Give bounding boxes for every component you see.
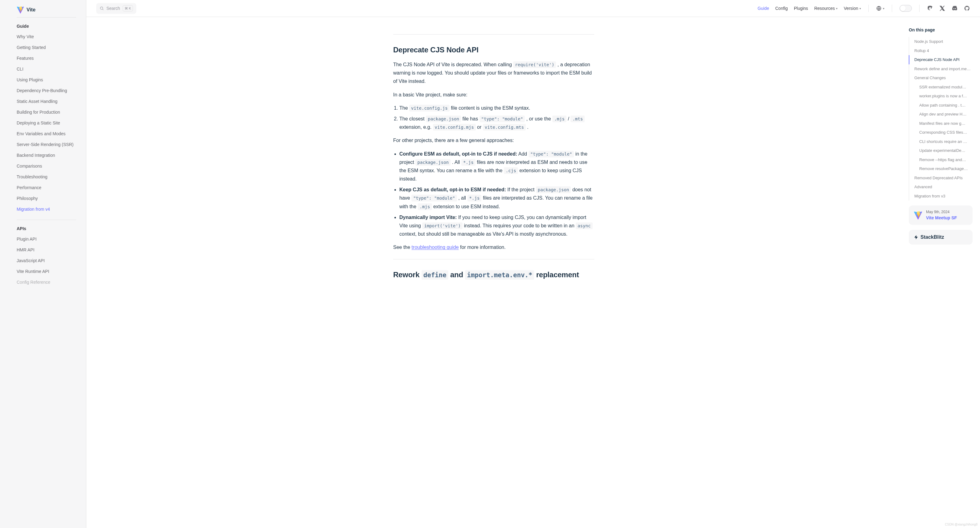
list-item: Configure ESM as default, opt-in to CJS … bbox=[399, 150, 594, 183]
sidebar-link[interactable]: Why Vite bbox=[17, 32, 76, 42]
github-icon[interactable] bbox=[964, 5, 970, 11]
troubleshooting-link[interactable]: troubleshooting guide bbox=[412, 244, 459, 250]
mastodon-icon[interactable] bbox=[927, 5, 933, 11]
sidebar-link[interactable]: Building for Production bbox=[17, 107, 76, 118]
outline-link[interactable]: Update experimentalDe… bbox=[909, 146, 973, 155]
paragraph: The CJS Node API of Vite is deprecated. … bbox=[393, 60, 594, 86]
sidebar-link[interactable]: Troubleshooting bbox=[17, 171, 76, 182]
promo-meetup[interactable]: May 9th, 2024 Vite Meetup SF bbox=[909, 206, 973, 225]
code-inline: vite.config.mts bbox=[483, 124, 526, 131]
nav-separator bbox=[919, 5, 920, 12]
outline-link[interactable]: CLI shortcuts require an … bbox=[909, 137, 973, 146]
outline-link[interactable]: Advanced bbox=[909, 182, 973, 192]
outline-link[interactable]: Removed Deprecated APIs bbox=[909, 173, 973, 183]
sidebar-group-apis: APIs bbox=[17, 225, 76, 232]
nav-plugins[interactable]: Plugins bbox=[794, 5, 808, 12]
sidebar-link[interactable]: Static Asset Handling bbox=[17, 96, 76, 107]
nav-separator bbox=[892, 5, 892, 12]
sidebar-link[interactable]: Deploying a Static Site bbox=[17, 118, 76, 128]
code-inline: *.js bbox=[468, 195, 482, 201]
divider bbox=[393, 34, 594, 35]
brand-name: Vite bbox=[27, 6, 35, 14]
outline-link[interactable]: Rework define and import.me… bbox=[909, 64, 973, 74]
nav-language[interactable]: ▾ bbox=[876, 6, 885, 11]
code-inline: .cjs bbox=[504, 167, 518, 174]
promo-stackblitz-label: StackBlitz bbox=[921, 233, 944, 241]
code-inline: "type": "module" bbox=[411, 195, 457, 201]
code-inline: import.meta.env.* bbox=[465, 270, 534, 280]
promo-date: May 9th, 2024 bbox=[926, 209, 957, 215]
nav-version[interactable]: Version ▾ bbox=[844, 5, 861, 12]
heading-rework-define: Rework define and import.meta.env.* repl… bbox=[393, 269, 594, 280]
outline-link[interactable]: Node.js Support bbox=[909, 37, 973, 46]
article: Deprecate CJS Node API The CJS Node API … bbox=[374, 17, 614, 528]
chevron-down-icon: ▾ bbox=[859, 6, 861, 11]
code-inline: vite.config.js bbox=[409, 105, 450, 111]
chevron-down-icon: ▾ bbox=[883, 6, 885, 11]
promo-title: Vite Meetup SF bbox=[926, 215, 957, 221]
search-input[interactable]: Search ⌘ K bbox=[96, 3, 136, 14]
outline-title: On this page bbox=[909, 27, 973, 33]
outline-link[interactable]: Migration from v3 bbox=[909, 192, 973, 201]
theme-toggle[interactable] bbox=[899, 5, 912, 12]
outline-link[interactable]: SSR externalized modul… bbox=[909, 82, 973, 92]
sidebar-link[interactable]: Using Plugins bbox=[17, 75, 76, 85]
sidebar-divider bbox=[17, 220, 76, 220]
sidebar-link[interactable]: HMR API bbox=[17, 244, 76, 255]
watermark: CSDN @xiangzhihong8 bbox=[945, 522, 978, 527]
promo-stackblitz[interactable]: StackBlitz bbox=[909, 230, 973, 244]
outline-link[interactable]: General Changes bbox=[909, 73, 973, 82]
list-item: The closest package.json file has "type"… bbox=[399, 114, 594, 131]
code-inline: .mts bbox=[571, 116, 585, 122]
outline-list: Node.js SupportRollup 4Deprecate CJS Nod… bbox=[909, 37, 973, 201]
outline-link[interactable]: Remove --https flag and… bbox=[909, 155, 973, 165]
sidebar-group-guide: Guide bbox=[17, 23, 76, 30]
outline-link[interactable]: Corresponding CSS files… bbox=[909, 128, 973, 137]
sidebar-link[interactable]: Config Reference bbox=[17, 277, 76, 288]
outline-link[interactable]: Remove resolvePackage… bbox=[909, 164, 973, 173]
sidebar-link[interactable]: Philosophy bbox=[17, 193, 76, 204]
outline-link[interactable]: Allow path containing . t… bbox=[909, 101, 973, 110]
outline-link[interactable]: Rollup 4 bbox=[909, 46, 973, 55]
search-placeholder: Search bbox=[107, 5, 120, 12]
code-inline: require('vite') bbox=[513, 61, 556, 68]
sidebar-link[interactable]: Performance bbox=[17, 182, 76, 193]
bolt-icon bbox=[914, 234, 919, 240]
outline-link[interactable]: Manifest files are now g… bbox=[909, 119, 973, 128]
outline-link[interactable]: Align dev and preview H… bbox=[909, 109, 973, 119]
sidebar-link[interactable]: Comparisons bbox=[17, 161, 76, 171]
svg-line-1 bbox=[103, 9, 103, 10]
code-inline: package.json bbox=[415, 159, 450, 166]
ordered-list: The vite.config.js file content is using… bbox=[393, 104, 594, 132]
code-inline: .mjs bbox=[552, 116, 566, 122]
sidebar-items-apis: Plugin APIHMR APIJavaScript APIVite Runt… bbox=[17, 234, 76, 288]
brand-logo[interactable]: Vite bbox=[17, 5, 76, 17]
sidebar-link[interactable]: Dependency Pre-Bundling bbox=[17, 85, 76, 96]
discord-icon[interactable] bbox=[951, 5, 958, 11]
code-inline: vite.config.mjs bbox=[433, 124, 476, 131]
sidebar-items-guide: Why ViteGetting StartedFeaturesCLIUsing … bbox=[17, 32, 76, 215]
sidebar-link[interactable]: JavaScript API bbox=[17, 255, 76, 266]
sidebar-link[interactable]: Env Variables and Modes bbox=[17, 128, 76, 139]
sidebar-link[interactable]: CLI bbox=[17, 64, 76, 75]
paragraph: See the troubleshooting guide for more i… bbox=[393, 243, 594, 251]
vite-logo-icon bbox=[914, 211, 922, 220]
sidebar-link[interactable]: Backend Integration bbox=[17, 150, 76, 161]
sidebar-link[interactable]: Getting Started bbox=[17, 42, 76, 53]
outline-aside: On this page Node.js SupportRollup 4Depr… bbox=[901, 17, 980, 528]
sidebar-link[interactable]: Plugin API bbox=[17, 234, 76, 244]
sidebar-link[interactable]: Features bbox=[17, 53, 76, 64]
sidebar-link[interactable]: Migration from v4 bbox=[17, 204, 76, 215]
list-item: The vite.config.js file content is using… bbox=[399, 104, 594, 112]
globe-icon bbox=[876, 6, 881, 11]
x-icon[interactable] bbox=[939, 5, 945, 11]
paragraph: In a basic Vite project, make sure: bbox=[393, 90, 594, 99]
outline-link[interactable]: Deprecate CJS Node API bbox=[909, 55, 973, 64]
svg-point-0 bbox=[100, 7, 103, 9]
nav-guide[interactable]: Guide bbox=[758, 5, 769, 12]
nav-config[interactable]: Config bbox=[775, 5, 788, 12]
sidebar-link[interactable]: Vite Runtime API bbox=[17, 266, 76, 277]
outline-link[interactable]: worker.plugins is now a f… bbox=[909, 92, 973, 101]
sidebar-link[interactable]: Server-Side Rendering (SSR) bbox=[17, 139, 76, 150]
nav-resources[interactable]: Resources ▾ bbox=[814, 5, 838, 12]
